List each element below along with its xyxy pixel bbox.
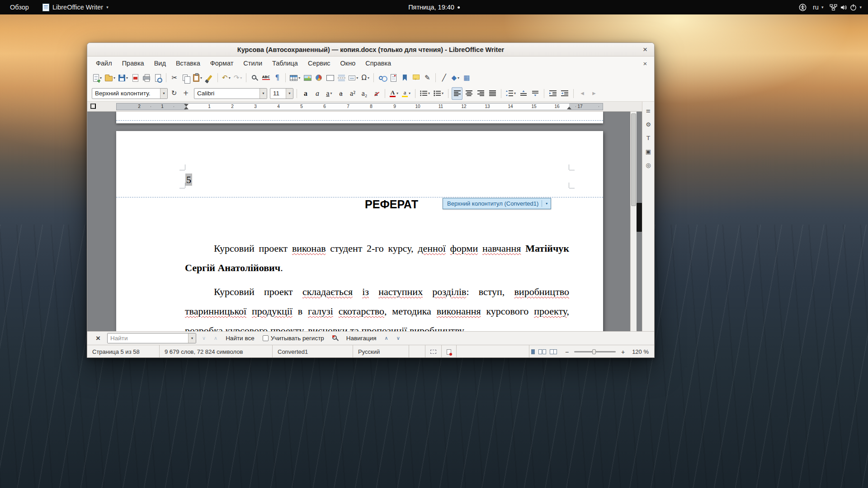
italic-button[interactable]: a xyxy=(312,87,323,100)
spelling-button[interactable]: ABC xyxy=(260,71,271,84)
export-pdf-button[interactable] xyxy=(130,71,141,84)
font-name-combo[interactable]: Calibri ▼ xyxy=(194,88,267,99)
scrollbar-thumb[interactable] xyxy=(631,113,636,206)
find-and-replace-button[interactable] xyxy=(330,335,340,341)
close-find-bar-button[interactable]: × xyxy=(93,334,104,343)
previous-page-bottom[interactable] xyxy=(116,112,603,123)
language-status[interactable]: Русский xyxy=(353,345,409,358)
search-history-dropdown-button[interactable]: ▼ xyxy=(188,333,196,343)
subscript-button[interactable]: a₂ xyxy=(359,87,370,100)
clear-formatting-button[interactable]: a xyxy=(371,87,382,100)
header-style-tag[interactable]: Верхний колонтитул (Converted1) ▾ xyxy=(443,198,551,209)
insert-bookmark-button[interactable] xyxy=(399,71,410,84)
numbered-list-button[interactable]: ▾ xyxy=(432,87,445,100)
zoom-slider-thumb[interactable] xyxy=(592,349,596,354)
insert-table-button[interactable]: ▾ xyxy=(288,71,302,84)
sidebar-settings-button[interactable]: ≡ xyxy=(644,106,653,116)
close-document-button[interactable]: × xyxy=(640,58,651,69)
increase-indent-button[interactable] xyxy=(547,87,558,100)
align-left-button[interactable] xyxy=(452,87,462,100)
sidebar-navigator-button[interactable]: ◎ xyxy=(644,160,653,170)
font-size-dropdown-button[interactable]: ▼ xyxy=(286,89,293,99)
save-button[interactable]: ▾ xyxy=(117,71,129,84)
superscript-button[interactable]: a² xyxy=(347,87,358,100)
signature-status[interactable] xyxy=(409,345,425,358)
clock-button[interactable]: Пятница, 19:40 xyxy=(408,0,460,14)
menu-tools[interactable]: Сервис xyxy=(303,56,335,70)
align-justify-button[interactable] xyxy=(487,87,498,100)
track-changes-button[interactable]: ✎ xyxy=(422,71,433,84)
underline-button[interactable]: a▾ xyxy=(324,87,335,100)
cut-button[interactable]: ✂ xyxy=(169,71,180,84)
undo-button[interactable]: ↶▾ xyxy=(221,71,232,84)
zoom-level-label[interactable]: 120 % xyxy=(631,348,654,355)
sidebar-styles-button[interactable]: T xyxy=(644,133,653,143)
menu-view[interactable]: Вид xyxy=(149,56,171,70)
print-preview-button[interactable] xyxy=(152,71,163,84)
align-right-button[interactable] xyxy=(475,87,486,100)
titlebar[interactable]: Курсова (Автосохраненный) — копия.docx (… xyxy=(87,43,654,56)
font-size-combo[interactable]: 11 ▼ xyxy=(270,88,293,99)
paragraph-style-combo[interactable]: Верхний колонтиту. ▼ xyxy=(92,88,168,99)
activities-button[interactable]: Обзор xyxy=(5,0,33,14)
insert-line-button[interactable]: ╱ xyxy=(439,71,449,84)
bullet-list-button[interactable]: ▾ xyxy=(419,87,431,100)
menu-file[interactable]: Файл xyxy=(91,56,117,70)
close-window-button[interactable]: × xyxy=(640,44,651,55)
insert-image-button[interactable] xyxy=(302,71,313,84)
document-page[interactable]: 5 РЕФЕРАТ Верхний колонтитул (Converted1… xyxy=(116,131,603,331)
page-count-status[interactable]: Страница 5 из 58 xyxy=(87,345,160,358)
show-draw-functions-button[interactable]: ▦ xyxy=(461,71,472,84)
open-button[interactable]: ▾ xyxy=(104,71,117,84)
system-status-menu-button[interactable]: ▾ xyxy=(830,4,862,11)
insert-chart-button[interactable] xyxy=(313,71,324,84)
find-all-button[interactable]: Найти все xyxy=(223,335,257,342)
align-center-button[interactable] xyxy=(463,87,474,100)
paragraph-style-dropdown-button[interactable]: ▼ xyxy=(160,89,167,99)
strikethrough-button[interactable]: a xyxy=(335,87,346,100)
sidebar-hide-grip[interactable] xyxy=(637,203,642,232)
accessibility-menu-button[interactable] xyxy=(799,4,807,11)
line-spacing-button[interactable]: ▾ xyxy=(505,87,517,100)
bold-button[interactable]: a xyxy=(300,87,311,100)
find-previous-button[interactable]: ∧ xyxy=(212,335,220,341)
right-indent-marker[interactable] xyxy=(567,107,571,109)
insert-hyperlink-button[interactable] xyxy=(377,71,387,84)
find-next-button[interactable]: ∨ xyxy=(200,335,208,341)
basic-shapes-button[interactable]: ◆▾ xyxy=(450,71,461,84)
decrease-paragraph-spacing-button[interactable] xyxy=(530,87,541,100)
horizontal-ruler[interactable]: 2 1 1 2 3 4 5 6 7 8 9 10 11 12 13 14 15 … xyxy=(116,103,603,110)
paragraph[interactable]: Курсовий проект виконав студент 2-го кур… xyxy=(185,239,569,277)
navigate-next-button[interactable]: ∨ xyxy=(394,335,402,341)
navigation-button[interactable]: Навигация xyxy=(344,335,379,342)
book-view-button[interactable] xyxy=(548,348,559,355)
page-style-status[interactable]: Converted1 xyxy=(273,345,353,358)
hanging-indent-marker[interactable] xyxy=(184,107,189,109)
navigate-previous-button[interactable]: ∧ xyxy=(382,335,391,341)
font-color-button[interactable]: A▾ xyxy=(388,87,400,100)
copy-button[interactable] xyxy=(180,71,191,84)
paragraph[interactable]: Курсовий проект складається із наступних… xyxy=(185,282,569,331)
menu-edit[interactable]: Правка xyxy=(117,56,149,70)
increase-paragraph-spacing-button[interactable] xyxy=(518,87,529,100)
menu-help[interactable]: Справка xyxy=(360,56,396,70)
menu-format[interactable]: Формат xyxy=(205,56,239,70)
update-style-button[interactable]: ↻ xyxy=(169,87,179,100)
font-name-dropdown-button[interactable]: ▼ xyxy=(259,89,267,99)
word-count-status[interactable]: 9 679 слов, 72 824 символов xyxy=(160,345,273,358)
app-menu-button[interactable]: LibreOffice Writer ▾ xyxy=(38,0,113,14)
document-canvas[interactable]: 5 РЕФЕРАТ Верхний колонтитул (Converted1… xyxy=(87,112,654,331)
insert-comment-button[interactable] xyxy=(410,71,421,84)
single-page-view-button[interactable] xyxy=(529,348,537,355)
match-case-option[interactable]: Учитывать регистр xyxy=(260,335,326,342)
print-button[interactable] xyxy=(141,71,152,84)
match-case-checkbox[interactable] xyxy=(263,335,269,341)
highlight-color-button[interactable]: a▾ xyxy=(401,87,412,100)
insert-textbox-button[interactable] xyxy=(325,71,335,84)
special-character-button[interactable]: Ω▾ xyxy=(360,71,371,84)
page-number-field[interactable]: 5 xyxy=(185,174,192,186)
insert-field-button[interactable]: ▾ xyxy=(347,71,359,84)
new-document-button[interactable]: ▾ xyxy=(92,71,103,84)
toolbar-prev-button[interactable]: ◂ xyxy=(577,87,588,100)
menu-styles[interactable]: Стили xyxy=(238,56,267,70)
